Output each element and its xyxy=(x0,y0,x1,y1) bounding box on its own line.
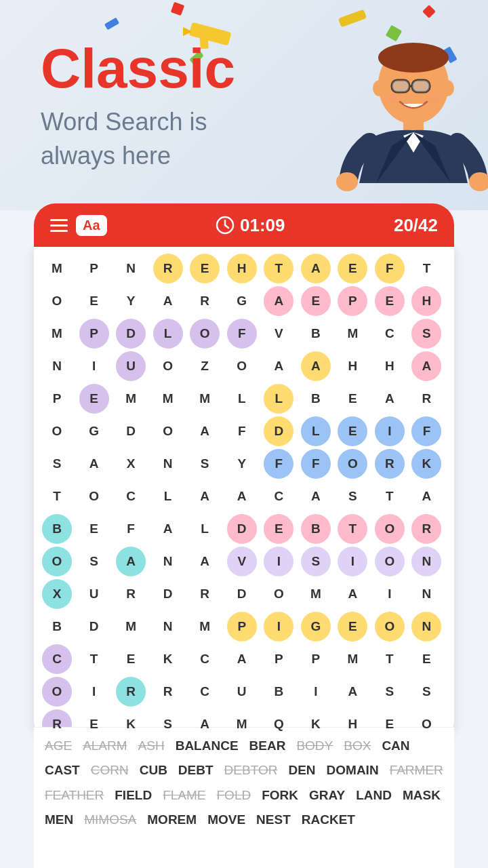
grid-cell[interactable]: M xyxy=(115,610,147,643)
grid-cell[interactable]: E xyxy=(300,285,332,317)
grid-cell[interactable]: D xyxy=(226,513,258,545)
grid-cell[interactable]: A xyxy=(226,480,258,513)
grid-cell[interactable]: A xyxy=(262,285,295,317)
grid-cell[interactable]: N xyxy=(410,578,443,610)
grid-cell[interactable]: H xyxy=(373,350,406,382)
grid-cell[interactable]: G xyxy=(226,285,258,317)
grid-cell[interactable]: M xyxy=(41,252,73,285)
grid-cell[interactable]: A xyxy=(188,480,221,513)
grid-cell[interactable]: A xyxy=(188,415,221,448)
grid-cell[interactable]: Y xyxy=(226,448,258,480)
grid-cell[interactable]: D xyxy=(78,610,110,643)
grid-cell[interactable]: D xyxy=(115,317,147,350)
grid-cell[interactable]: E xyxy=(336,252,369,285)
menu-button[interactable] xyxy=(50,219,68,232)
grid-cell[interactable]: M xyxy=(41,317,73,350)
grid-cell[interactable]: L xyxy=(188,513,221,545)
grid-cell[interactable]: D xyxy=(226,578,258,610)
grid-cell[interactable]: F xyxy=(410,415,443,448)
grid-cell[interactable]: F xyxy=(226,317,258,350)
grid-cell[interactable]: L xyxy=(300,415,332,448)
grid-cell[interactable]: F xyxy=(226,415,258,448)
grid-cell[interactable]: M xyxy=(336,643,369,675)
grid-cell[interactable]: O xyxy=(152,350,184,382)
grid-cell[interactable]: N xyxy=(152,448,184,480)
grid-cell[interactable]: N xyxy=(41,350,73,382)
grid-cell[interactable]: I xyxy=(262,610,295,643)
grid-cell[interactable]: F xyxy=(300,448,332,480)
grid-cell[interactable]: V xyxy=(262,317,295,350)
grid-cell[interactable]: O xyxy=(262,578,295,610)
grid-cell[interactable]: K xyxy=(152,643,184,675)
grid-cell[interactable]: A xyxy=(115,545,147,578)
grid-cell[interactable]: O xyxy=(78,480,110,513)
grid-cell[interactable]: I xyxy=(78,675,110,708)
grid-cell[interactable]: O xyxy=(188,317,221,350)
grid-cell[interactable]: H xyxy=(410,285,443,317)
grid-cell[interactable]: O xyxy=(152,415,184,448)
grid-cell[interactable]: E xyxy=(262,513,295,545)
grid-cell[interactable]: B xyxy=(300,513,332,545)
grid-cell[interactable]: P xyxy=(226,610,258,643)
grid-cell[interactable]: U xyxy=(226,675,258,708)
grid-cell[interactable]: L xyxy=(152,480,184,513)
grid-cell[interactable]: G xyxy=(300,610,332,643)
grid-cell[interactable]: Z xyxy=(188,350,221,382)
grid-cell[interactable]: X xyxy=(115,448,147,480)
grid-cell[interactable]: N xyxy=(152,545,184,578)
grid-cell[interactable]: C xyxy=(188,675,221,708)
grid-cell[interactable]: R xyxy=(152,252,184,285)
grid-cell[interactable]: M xyxy=(336,317,369,350)
grid-cell[interactable]: C xyxy=(188,643,221,675)
grid-cell[interactable]: O xyxy=(373,513,406,545)
grid-cell[interactable]: I xyxy=(373,578,406,610)
grid-cell[interactable]: P xyxy=(41,382,73,415)
grid-cell[interactable]: N xyxy=(410,610,443,643)
font-size-button[interactable]: Aa xyxy=(76,215,107,236)
grid-cell[interactable]: E xyxy=(373,285,406,317)
grid-cell[interactable]: I xyxy=(78,350,110,382)
grid-cell[interactable]: F xyxy=(262,448,295,480)
grid-cell[interactable]: N xyxy=(152,610,184,643)
grid-cell[interactable]: T xyxy=(262,252,295,285)
grid-cell[interactable]: T xyxy=(78,643,110,675)
grid-cell[interactable]: A xyxy=(188,545,221,578)
grid-cell[interactable]: S xyxy=(410,675,443,708)
grid-cell[interactable]: O xyxy=(41,415,73,448)
grid-cell[interactable]: R xyxy=(373,448,406,480)
grid-cell[interactable]: P xyxy=(300,643,332,675)
grid-cell[interactable]: B xyxy=(300,317,332,350)
grid-cell[interactable]: A xyxy=(410,350,443,382)
grid-cell[interactable]: B xyxy=(300,382,332,415)
grid-cell[interactable]: K xyxy=(410,448,443,480)
grid-cell[interactable]: R xyxy=(115,578,147,610)
grid-cell[interactable]: S xyxy=(78,545,110,578)
grid-cell[interactable]: S xyxy=(373,675,406,708)
grid-cell[interactable]: D xyxy=(115,415,147,448)
grid-cell[interactable]: A xyxy=(152,285,184,317)
grid-cell[interactable]: L xyxy=(262,382,295,415)
grid-cell[interactable]: B xyxy=(262,675,295,708)
grid-cell[interactable]: T xyxy=(410,252,443,285)
grid-cell[interactable]: E xyxy=(336,415,369,448)
grid-cell[interactable]: S xyxy=(41,448,73,480)
grid-cell[interactable]: O xyxy=(226,350,258,382)
grid-cell[interactable]: T xyxy=(373,643,406,675)
grid-cell[interactable]: M xyxy=(300,578,332,610)
grid-cell[interactable]: P xyxy=(262,643,295,675)
grid-cell[interactable]: L xyxy=(152,317,184,350)
grid-cell[interactable]: C xyxy=(41,643,73,675)
grid-cell[interactable]: E xyxy=(410,643,443,675)
grid-cell[interactable]: A xyxy=(336,578,369,610)
grid-cell[interactable]: R xyxy=(152,675,184,708)
grid-cell[interactable]: A xyxy=(300,350,332,382)
grid-cell[interactable]: F xyxy=(373,252,406,285)
grid-cell[interactable]: O xyxy=(373,545,406,578)
grid-cell[interactable]: P xyxy=(336,285,369,317)
grid-cell[interactable]: M xyxy=(188,610,221,643)
grid-cell[interactable]: D xyxy=(152,578,184,610)
grid-cell[interactable]: R xyxy=(188,578,221,610)
grid-cell[interactable]: U xyxy=(78,578,110,610)
grid-cell[interactable]: A xyxy=(410,480,443,513)
grid-cell[interactable]: O xyxy=(41,285,73,317)
